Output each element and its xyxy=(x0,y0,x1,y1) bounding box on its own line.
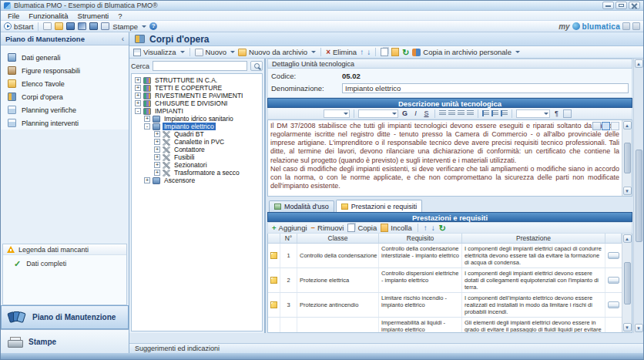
scroll-thumb[interactable] xyxy=(624,262,631,304)
col-classe[interactable]: Classe xyxy=(297,234,379,243)
aggiungi-button[interactable]: + Aggiungi xyxy=(272,224,307,232)
tree-item-selected[interactable]: -Impianto elettrico xyxy=(133,123,262,130)
tab-modalita-duso[interactable]: Modalità d'uso xyxy=(269,200,334,212)
stampe-button[interactable]: Stampe xyxy=(1,329,129,353)
table-scrollbar[interactable]: ▲ ▼ xyxy=(622,234,632,332)
col-requisito[interactable]: Requisito xyxy=(379,234,462,243)
stampe-menu-button[interactable]: Stampe xyxy=(112,22,146,31)
numbered-list-icon[interactable] xyxy=(491,110,498,116)
expander-icon[interactable]: + xyxy=(135,93,141,99)
menu-help[interactable]: ? xyxy=(113,12,126,20)
sidebar-item-dati-generali[interactable]: Dati generali xyxy=(1,51,129,64)
table-row[interactable]: 1 Controllo della condensazione inter...… xyxy=(268,244,622,268)
fullscreen-icon[interactable] xyxy=(563,109,572,118)
sidebar-item-planning-interventi[interactable]: Planning interventi xyxy=(1,116,129,130)
panel-scrollbar[interactable]: ▲ ▼ xyxy=(633,59,643,333)
maximize-button[interactable] xyxy=(615,2,627,9)
sidebar-item-figure-responsabili[interactable]: Figure responsabili xyxy=(1,64,129,77)
align-left-icon[interactable] xyxy=(439,110,446,116)
minimize-button[interactable] xyxy=(602,2,614,9)
tree-item[interactable]: +Impianto idrico sanitario xyxy=(133,115,262,123)
expander-icon[interactable]: + xyxy=(144,177,150,183)
expander-icon[interactable]: + xyxy=(154,170,160,176)
move-icon[interactable] xyxy=(611,122,619,130)
account-icon[interactable] xyxy=(622,22,630,30)
open-icon[interactable] xyxy=(55,22,63,30)
expander-icon[interactable]: + xyxy=(144,116,150,122)
tree-item[interactable]: +Trasformatore a secco xyxy=(133,169,262,177)
scroll-up-icon[interactable]: ▲ xyxy=(635,59,643,68)
menu-strumenti[interactable]: Strumenti xyxy=(73,12,114,20)
row-up-button[interactable]: ↑ xyxy=(424,224,428,232)
italic-button[interactable]: I xyxy=(411,109,420,118)
visualizza-button[interactable]: Visualizza xyxy=(133,48,185,56)
font-dropdown[interactable] xyxy=(358,109,398,118)
bullet-list-icon[interactable] xyxy=(482,110,489,116)
tree-item[interactable]: -IMPIANTI xyxy=(133,107,262,115)
tree-item[interactable]: +Quadri BT xyxy=(133,130,262,138)
piano-manutenzione-button[interactable]: Piano di Manutenzione xyxy=(1,305,129,329)
editor-scrollbar[interactable]: ▲ ▼ xyxy=(622,120,632,196)
collapse-sidebar-icon[interactable]: ‹ xyxy=(122,35,124,43)
tree-item[interactable]: +Sezionatori xyxy=(133,161,262,169)
sidebar-item-planning-verifiche[interactable]: Planning verifiche xyxy=(1,103,129,116)
rimuovi-button[interactable]: − Rimuovi xyxy=(311,224,344,232)
row-down-button[interactable]: ↓ xyxy=(431,224,435,232)
elimina-button[interactable]: × Elimina xyxy=(326,48,357,56)
col-n[interactable]: N° xyxy=(280,234,297,243)
pilcrow-button[interactable]: ¶ xyxy=(552,109,561,118)
search-input[interactable] xyxy=(153,61,247,71)
paste-icon[interactable] xyxy=(391,48,399,56)
scroll-thumb[interactable] xyxy=(624,143,631,173)
scroll-up-icon[interactable]: ▲ xyxy=(623,121,632,130)
move-up-button[interactable]: ↑ xyxy=(360,49,364,56)
color-dropdown[interactable] xyxy=(516,109,550,118)
expander-icon[interactable]: + xyxy=(154,131,160,137)
table-row[interactable]: 2 Protezione elettrica Controllo dispers… xyxy=(268,268,622,293)
table-row[interactable]: 3 Protezione antincendio Limitare rischi… xyxy=(268,293,622,318)
justify-selected-icon[interactable] xyxy=(602,122,610,130)
bold-button[interactable]: G xyxy=(401,109,409,118)
expander-icon[interactable]: + xyxy=(154,146,160,153)
align-right-icon[interactable] xyxy=(458,110,465,116)
nuovo-button[interactable]: Nuovo xyxy=(195,48,235,56)
services-icon[interactable] xyxy=(632,22,640,30)
bstart-button[interactable]: bStart xyxy=(4,22,33,31)
table-row[interactable]: 4 Impermeabilità ai liquidi Impermeabili… xyxy=(268,318,622,333)
scroll-down-icon[interactable]: ▼ xyxy=(623,323,632,331)
style-dropdown[interactable] xyxy=(324,109,350,118)
sidebar-item-corpi-dopera[interactable]: Corpi d'opera xyxy=(1,90,129,103)
sidebar-item-elenco-tavole[interactable]: Elenco Tavole xyxy=(1,77,129,90)
description-editor[interactable]: Il DM 37/2008 stabilisce che tutti gli i… xyxy=(267,119,632,197)
align-justify-icon[interactable] xyxy=(467,110,474,116)
scroll-down-icon[interactable]: ▼ xyxy=(635,324,643,332)
refresh-icon[interactable]: ↻ xyxy=(439,224,446,232)
row-detail-button[interactable] xyxy=(608,301,619,308)
copia-button[interactable]: Copia xyxy=(347,224,377,232)
copy-icon[interactable] xyxy=(381,48,388,56)
close-button[interactable] xyxy=(629,2,640,9)
nuovo-da-archivio-button[interactable]: Nuovo da archivio xyxy=(238,48,316,56)
move-down-button[interactable]: ↓ xyxy=(367,49,371,56)
col-prestazione[interactable]: Prestazione xyxy=(462,234,605,243)
save-icon[interactable] xyxy=(66,22,75,30)
save-as-icon[interactable] xyxy=(89,22,98,30)
underline-button[interactable]: S xyxy=(422,109,431,118)
expander-icon[interactable]: + xyxy=(154,154,160,160)
scroll-up-icon[interactable]: ▲ xyxy=(623,234,632,243)
tree-item[interactable]: +Fusibili xyxy=(133,153,262,161)
expander-icon[interactable]: + xyxy=(135,77,141,83)
edit-icon[interactable] xyxy=(78,22,86,30)
expander-icon[interactable]: + xyxy=(154,162,160,168)
expander-icon[interactable]: + xyxy=(154,139,160,145)
tree-item[interactable]: +Canalette in PVC xyxy=(133,138,262,146)
export-word-icon[interactable] xyxy=(101,22,109,30)
denominazione-input[interactable] xyxy=(342,83,629,93)
menu-funzionalita[interactable]: Funzionalità xyxy=(24,12,72,20)
expander-icon[interactable]: - xyxy=(144,123,150,130)
menu-file[interactable]: File xyxy=(3,12,24,20)
scroll-thumb[interactable] xyxy=(636,150,642,242)
align-center-icon[interactable] xyxy=(448,110,455,116)
indent-icon[interactable] xyxy=(501,110,508,116)
help-icon[interactable]: ? xyxy=(149,22,157,30)
